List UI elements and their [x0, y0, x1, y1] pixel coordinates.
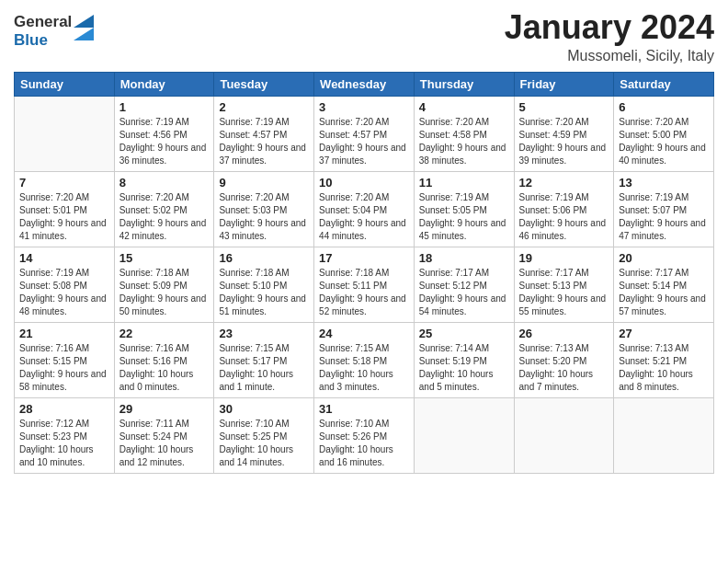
day-info: Sunrise: 7:20 AM Sunset: 5:00 PM Dayligh…: [619, 116, 709, 167]
sunset: Sunset: 5:24 PM: [119, 431, 210, 443]
sunset: Sunset: 4:57 PM: [319, 129, 409, 142]
day-number: 14: [19, 251, 109, 265]
sunrise: Sunrise: 7:11 AM: [119, 418, 210, 431]
daylight: Daylight: 9 hours and 57 minutes.: [619, 293, 709, 318]
day-info: Sunrise: 7:16 AM Sunset: 5:15 PM Dayligh…: [19, 342, 109, 394]
daylight: Daylight: 10 hours and 14 minutes.: [219, 443, 309, 469]
sunrise: Sunrise: 7:19 AM: [419, 191, 509, 204]
day-info: Sunrise: 7:13 AM Sunset: 5:21 PM Dayligh…: [619, 342, 709, 394]
calendar-cell: 10 Sunrise: 7:20 AM Sunset: 5:04 PM Dayl…: [314, 171, 415, 247]
day-info: Sunrise: 7:20 AM Sunset: 5:03 PM Dayligh…: [219, 191, 309, 243]
sunrise: Sunrise: 7:13 AM: [619, 342, 709, 355]
calendar-cell: 22 Sunrise: 7:16 AM Sunset: 5:16 PM Dayl…: [114, 322, 214, 397]
day-info: Sunrise: 7:13 AM Sunset: 5:20 PM Dayligh…: [519, 342, 609, 394]
sunset: Sunset: 5:01 PM: [19, 204, 109, 217]
logo: General Blue: [14, 9, 94, 50]
day-number: 1: [119, 100, 210, 114]
sunrise: Sunrise: 7:20 AM: [319, 116, 409, 129]
day-number: 6: [619, 100, 709, 114]
sunrise: Sunrise: 7:10 AM: [219, 418, 309, 431]
daylight: Daylight: 10 hours and 7 minutes.: [519, 368, 609, 394]
calendar-week-row: 1 Sunrise: 7:19 AM Sunset: 4:56 PM Dayli…: [15, 96, 714, 171]
calendar-cell: 26 Sunrise: 7:13 AM Sunset: 5:20 PM Dayl…: [514, 322, 614, 397]
calendar-cell: 14 Sunrise: 7:19 AM Sunset: 5:08 PM Dayl…: [15, 247, 115, 322]
sunset: Sunset: 5:05 PM: [419, 204, 509, 217]
day-info: Sunrise: 7:15 AM Sunset: 5:18 PM Dayligh…: [319, 342, 409, 394]
day-info: Sunrise: 7:19 AM Sunset: 5:08 PM Dayligh…: [19, 267, 109, 318]
sunset: Sunset: 5:26 PM: [319, 431, 409, 443]
calendar-cell: [614, 397, 714, 473]
day-info: Sunrise: 7:20 AM Sunset: 5:01 PM Dayligh…: [19, 191, 109, 243]
sunrise: Sunrise: 7:17 AM: [419, 267, 509, 280]
sunset: Sunset: 5:16 PM: [119, 355, 210, 368]
location: Mussomeli, Sicily, Italy: [505, 48, 714, 64]
day-info: Sunrise: 7:17 AM Sunset: 5:14 PM Dayligh…: [619, 267, 709, 318]
day-info: Sunrise: 7:18 AM Sunset: 5:10 PM Dayligh…: [219, 267, 309, 318]
calendar-cell: 15 Sunrise: 7:18 AM Sunset: 5:09 PM Dayl…: [114, 247, 214, 322]
day-info: Sunrise: 7:15 AM Sunset: 5:17 PM Dayligh…: [219, 342, 309, 394]
daylight: Daylight: 9 hours and 37 minutes.: [219, 142, 309, 167]
day-number: 13: [619, 176, 709, 190]
sunrise: Sunrise: 7:12 AM: [19, 418, 109, 431]
daylight: Daylight: 9 hours and 52 minutes.: [319, 293, 409, 318]
sunset: Sunset: 4:56 PM: [119, 129, 210, 142]
sunrise: Sunrise: 7:15 AM: [319, 342, 409, 355]
sunset: Sunset: 4:58 PM: [419, 129, 509, 142]
sunset: Sunset: 5:09 PM: [119, 280, 210, 293]
day-info: Sunrise: 7:20 AM Sunset: 5:04 PM Dayligh…: [319, 191, 409, 243]
sunrise: Sunrise: 7:14 AM: [419, 342, 509, 355]
sunset: Sunset: 5:03 PM: [219, 204, 309, 217]
day-number: 21: [19, 327, 109, 340]
calendar-week-row: 21 Sunrise: 7:16 AM Sunset: 5:15 PM Dayl…: [15, 322, 714, 397]
day-info: Sunrise: 7:20 AM Sunset: 5:02 PM Dayligh…: [119, 191, 210, 243]
day-info: Sunrise: 7:10 AM Sunset: 5:25 PM Dayligh…: [219, 418, 309, 469]
calendar-cell: 24 Sunrise: 7:15 AM Sunset: 5:18 PM Dayl…: [314, 322, 415, 397]
day-number: 7: [19, 176, 109, 190]
sunrise: Sunrise: 7:19 AM: [119, 116, 210, 129]
sunrise: Sunrise: 7:20 AM: [419, 116, 509, 129]
calendar-cell: 12 Sunrise: 7:19 AM Sunset: 5:06 PM Dayl…: [514, 171, 614, 247]
daylight: Daylight: 9 hours and 39 minutes.: [519, 142, 609, 167]
calendar-cell: 2 Sunrise: 7:19 AM Sunset: 4:57 PM Dayli…: [214, 96, 314, 171]
calendar-cell: 16 Sunrise: 7:18 AM Sunset: 5:10 PM Dayl…: [214, 247, 314, 322]
day-number: 2: [219, 100, 309, 114]
sunset: Sunset: 5:15 PM: [19, 355, 109, 368]
calendar-cell: 13 Sunrise: 7:19 AM Sunset: 5:07 PM Dayl…: [614, 171, 714, 247]
day-info: Sunrise: 7:14 AM Sunset: 5:19 PM Dayligh…: [419, 342, 509, 394]
col-wednesday: Wednesday: [314, 72, 415, 96]
day-info: Sunrise: 7:18 AM Sunset: 5:11 PM Dayligh…: [319, 267, 409, 318]
day-number: 4: [419, 100, 509, 114]
day-info: Sunrise: 7:16 AM Sunset: 5:16 PM Dayligh…: [119, 342, 210, 394]
calendar-cell: 4 Sunrise: 7:20 AM Sunset: 4:58 PM Dayli…: [414, 96, 514, 171]
day-number: 20: [619, 251, 709, 265]
daylight: Daylight: 9 hours and 54 minutes.: [419, 293, 509, 318]
sunset: Sunset: 5:18 PM: [319, 355, 409, 368]
daylight: Daylight: 9 hours and 55 minutes.: [519, 293, 609, 318]
sunset: Sunset: 4:59 PM: [519, 129, 609, 142]
sunset: Sunset: 5:20 PM: [519, 355, 609, 368]
day-number: 29: [119, 402, 210, 416]
day-info: Sunrise: 7:20 AM Sunset: 4:57 PM Dayligh…: [319, 116, 409, 167]
day-number: 12: [519, 176, 609, 190]
calendar-cell: [15, 96, 115, 171]
day-info: Sunrise: 7:17 AM Sunset: 5:12 PM Dayligh…: [419, 267, 509, 318]
sunset: Sunset: 5:10 PM: [219, 280, 309, 293]
day-info: Sunrise: 7:19 AM Sunset: 4:57 PM Dayligh…: [219, 116, 309, 167]
daylight: Daylight: 9 hours and 58 minutes.: [19, 368, 109, 394]
calendar-cell: 23 Sunrise: 7:15 AM Sunset: 5:17 PM Dayl…: [214, 322, 314, 397]
sunset: Sunset: 5:04 PM: [319, 204, 409, 217]
daylight: Daylight: 9 hours and 48 minutes.: [19, 293, 109, 318]
daylight: Daylight: 9 hours and 51 minutes.: [219, 293, 309, 318]
sunset: Sunset: 5:23 PM: [19, 431, 109, 443]
day-number: 23: [219, 327, 309, 340]
sunrise: Sunrise: 7:19 AM: [219, 116, 309, 129]
calendar-cell: 18 Sunrise: 7:17 AM Sunset: 5:12 PM Dayl…: [414, 247, 514, 322]
sunrise: Sunrise: 7:20 AM: [619, 116, 709, 129]
calendar-week-row: 28 Sunrise: 7:12 AM Sunset: 5:23 PM Dayl…: [15, 397, 714, 473]
col-monday: Monday: [114, 72, 214, 96]
day-number: 8: [119, 176, 210, 190]
day-info: Sunrise: 7:10 AM Sunset: 5:26 PM Dayligh…: [319, 418, 409, 469]
daylight: Daylight: 10 hours and 1 minute.: [219, 368, 309, 394]
calendar-cell: 6 Sunrise: 7:20 AM Sunset: 5:00 PM Dayli…: [614, 96, 714, 171]
day-number: 15: [119, 251, 210, 265]
